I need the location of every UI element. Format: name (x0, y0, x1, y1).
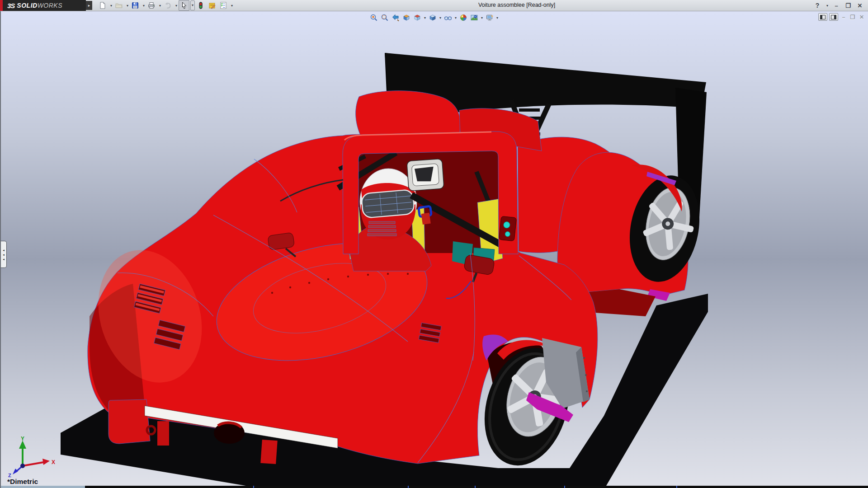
comment-note-button[interactable] (207, 0, 217, 11)
collapse-arrow-icon: ◂ (3, 253, 5, 256)
show-left-pane-button[interactable] (818, 13, 827, 21)
previous-view-button[interactable] (391, 13, 401, 22)
hide-show-dropdown-arrow[interactable]: ▾ (454, 16, 458, 20)
zoom-to-fit-icon (370, 14, 378, 22)
3ds-logo-mark: 3S (7, 2, 14, 9)
triad-z-label: Z (8, 473, 11, 478)
triad-x-label: X (52, 459, 55, 465)
view-orientation-dropdown-arrow[interactable]: ▾ (423, 16, 427, 20)
doc-close-button[interactable]: ✕ (858, 14, 865, 20)
select-dropdown-arrow[interactable]: ▾ (190, 0, 195, 10)
logo-red-strip (0, 0, 3, 11)
save-dropdown-arrow[interactable]: ▾ (142, 4, 146, 8)
undo-icon (164, 1, 172, 9)
apply-scene-icon (470, 14, 478, 22)
zoom-to-area-icon (381, 14, 389, 22)
view-orientation-icon (413, 14, 421, 22)
collapse-arrow-icon: ◂ (3, 249, 5, 252)
help-button[interactable]: ? (813, 2, 822, 9)
view-orientation-label: *Dimetric (7, 478, 38, 486)
doc-restore-button[interactable]: ❐ (849, 14, 856, 20)
reference-triad: Y X Z (5, 436, 68, 478)
open-folder-icon (115, 1, 123, 9)
edit-appearance-button[interactable] (458, 13, 468, 22)
headsup-view-toolbar: ▾ ▾ ▾ ▾ ▾ (369, 13, 499, 22)
menu-expand-arrow[interactable]: ▸ (86, 1, 92, 10)
select-button[interactable] (179, 0, 189, 11)
feature-tree-collapse-tab[interactable]: ◂ ◂ ◂ (1, 241, 7, 268)
traffic-light-button[interactable] (195, 0, 206, 11)
solidworks-logo: 3S SOLIDWORKS (0, 0, 86, 11)
app-restore-button[interactable]: ❐ (844, 2, 853, 9)
new-document-icon (99, 1, 107, 9)
apply-scene-button[interactable] (469, 13, 479, 22)
design-check-dropdown-arrow[interactable]: ▾ (230, 4, 234, 8)
cyan-knob-panel (499, 216, 516, 241)
right-fender-louvers (419, 323, 441, 343)
print-dropdown-arrow[interactable]: ▾ (158, 4, 162, 8)
document-window-controls: – ❐ ✕ (818, 13, 865, 21)
solidworks-window: 3S SOLIDWORKS ▸ ▾ ▾ ▾ ▾ ▾ ▾ (0, 0, 868, 488)
save-button[interactable] (130, 0, 141, 11)
main-toolbar: ▾ ▾ ▾ ▾ ▾ ▾ ▾ (97, 0, 234, 11)
new-dropdown-arrow[interactable]: ▾ (109, 4, 113, 8)
save-icon (131, 1, 139, 9)
left-pane-icon (820, 15, 826, 19)
title-bar: 3S SOLIDWORKS ▸ ▾ ▾ ▾ ▾ ▾ ▾ (0, 0, 868, 11)
collapse-arrow-icon: ◂ (3, 258, 5, 261)
comment-note-icon (208, 1, 216, 9)
open-dropdown-arrow[interactable]: ▾ (126, 4, 129, 8)
zoom-to-area-button[interactable] (380, 13, 390, 22)
doc-minimize-button[interactable]: – (840, 14, 847, 20)
edit-appearance-icon (459, 14, 467, 22)
section-view-button[interactable] (401, 13, 411, 22)
car-model-canvas[interactable] (1, 11, 868, 488)
brand-light: WORKS (38, 2, 62, 9)
apply-scene-dropdown-arrow[interactable]: ▾ (480, 16, 484, 20)
bottom-taskbar-sliver (1, 486, 868, 488)
brand-bold: SOLID (17, 2, 37, 9)
view-settings-button[interactable] (485, 13, 495, 22)
undo-button[interactable] (162, 0, 173, 11)
display-style-icon (429, 14, 437, 22)
hide-show-items-button[interactable] (443, 13, 453, 22)
print-icon (147, 1, 156, 9)
section-view-icon (402, 14, 410, 22)
new-document-button[interactable] (97, 0, 108, 11)
view-settings-icon (486, 14, 494, 22)
show-right-pane-button[interactable] (829, 13, 838, 21)
previous-view-icon (392, 14, 400, 22)
display-style-button[interactable] (428, 13, 438, 22)
window-title: Voiture assomblee [Read-only] (478, 2, 555, 8)
display-style-dropdown-arrow[interactable]: ▾ (439, 16, 442, 20)
app-minimize-button[interactable]: – (832, 2, 841, 9)
view-orientation-button[interactable] (412, 13, 422, 22)
design-check-icon (219, 1, 227, 9)
help-dropdown-arrow[interactable]: ▾ (826, 4, 829, 8)
print-button[interactable] (146, 0, 157, 11)
right-pane-icon (831, 15, 836, 19)
triad-y-label: Y (21, 436, 24, 442)
app-close-button[interactable]: ✕ (855, 2, 864, 9)
view-settings-dropdown-arrow[interactable]: ▾ (495, 16, 499, 20)
app-window-controls: ? ▾ – ❐ ✕ (813, 0, 864, 11)
traffic-light-icon (197, 1, 205, 9)
design-check-button[interactable] (218, 0, 229, 11)
air-intake-box (407, 159, 444, 191)
open-button[interactable] (113, 0, 124, 11)
hide-show-items-icon (444, 14, 452, 22)
select-cursor-icon (180, 1, 188, 9)
zoom-to-fit-button[interactable] (369, 13, 379, 22)
undo-dropdown-arrow[interactable]: ▾ (175, 4, 178, 8)
graphics-viewport[interactable]: ▾ ▾ ▾ ▾ ▾ – ❐ ✕ ◂ (0, 11, 868, 488)
